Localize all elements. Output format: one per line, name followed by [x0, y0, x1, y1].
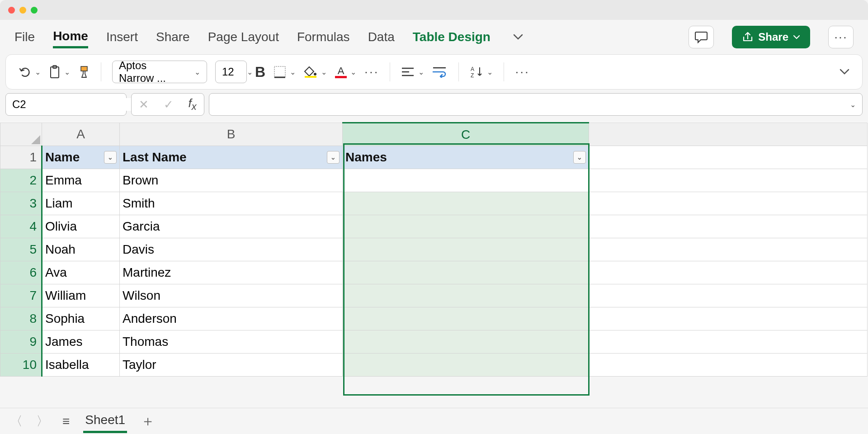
close-window-button[interactable]: [8, 7, 15, 14]
row-header-6[interactable]: 6: [0, 261, 42, 284]
tab-formulas[interactable]: Formulas: [297, 27, 350, 47]
cell-A8[interactable]: Sophia: [42, 307, 120, 330]
ribbon-more-button[interactable]: ···: [515, 61, 529, 82]
cell-C2[interactable]: [343, 169, 589, 192]
cell-C10[interactable]: [343, 354, 589, 377]
cell-D4[interactable]: [589, 215, 868, 238]
column-header-B[interactable]: B: [120, 123, 343, 146]
tab-page-layout[interactable]: Page Layout: [208, 27, 279, 47]
cell-D7[interactable]: [589, 284, 868, 307]
format-painter-button[interactable]: [78, 61, 90, 82]
filter-button[interactable]: ⌄: [573, 151, 586, 164]
accept-formula-button[interactable]: ✓: [164, 98, 174, 112]
cell-A10[interactable]: Isabella: [42, 354, 120, 377]
all-sheets-button[interactable]: ≡: [62, 414, 70, 429]
cell-C4[interactable]: [343, 215, 589, 238]
row-header-8[interactable]: 8: [0, 307, 42, 330]
ribbon-collapse-button[interactable]: [840, 61, 849, 82]
borders-button[interactable]: ⌄: [274, 61, 296, 82]
wrap-text-button[interactable]: [432, 61, 448, 82]
cell-A9[interactable]: James: [42, 330, 120, 354]
cell-A3[interactable]: Liam: [42, 192, 120, 215]
tab-share[interactable]: Share: [156, 27, 190, 47]
more-options-button[interactable]: ···: [828, 26, 854, 48]
cell-B9[interactable]: Thomas: [120, 330, 343, 354]
cell-C3[interactable]: [343, 192, 589, 215]
row-header-4[interactable]: 4: [0, 215, 42, 238]
cell-B10[interactable]: Taylor: [120, 354, 343, 377]
cell-A6[interactable]: Ava: [42, 261, 120, 284]
cell-D10[interactable]: [589, 354, 868, 377]
cell-B3[interactable]: Smith: [120, 192, 343, 215]
cell-C1[interactable]: Names⌄: [343, 146, 589, 169]
cell-A2[interactable]: Emma: [42, 169, 120, 192]
cell-D1[interactable]: [589, 146, 868, 169]
cell-D5[interactable]: [589, 238, 868, 261]
select-all-corner[interactable]: [0, 123, 42, 146]
align-button[interactable]: ⌄: [401, 61, 424, 82]
cell-D6[interactable]: [589, 261, 868, 284]
spreadsheet-grid[interactable]: A B C 1 Name⌄ Last Name⌄ Names⌄ 2 Emma B…: [0, 122, 868, 377]
row-header-2[interactable]: 2: [0, 169, 42, 192]
font-more-button[interactable]: ···: [364, 61, 379, 82]
row-header-9[interactable]: 9: [0, 330, 42, 354]
tab-insert[interactable]: Insert: [106, 27, 138, 47]
font-color-button[interactable]: A ⌄: [335, 61, 356, 82]
maximize-window-button[interactable]: [31, 7, 38, 14]
row-header-10[interactable]: 10: [0, 354, 42, 377]
bold-button[interactable]: B: [255, 61, 265, 82]
cell-A4[interactable]: Olivia: [42, 215, 120, 238]
column-header-C[interactable]: C: [343, 123, 589, 146]
row-header-3[interactable]: 3: [0, 192, 42, 215]
undo-button[interactable]: ⌄: [19, 61, 41, 82]
cell-C9[interactable]: [343, 330, 589, 354]
cell-D3[interactable]: [589, 192, 868, 215]
cell-B8[interactable]: Anderson: [120, 307, 343, 330]
cell-A5[interactable]: Noah: [42, 238, 120, 261]
row-header-7[interactable]: 7: [0, 284, 42, 307]
sort-filter-button[interactable]: AZ ⌄: [470, 61, 493, 82]
cancel-formula-button[interactable]: ✕: [139, 98, 149, 112]
column-header-A[interactable]: A: [42, 123, 120, 146]
filter-button[interactable]: ⌄: [104, 151, 117, 164]
cell-B5[interactable]: Davis: [120, 238, 343, 261]
cell-B6[interactable]: Martinez: [120, 261, 343, 284]
row-header-5[interactable]: 5: [0, 238, 42, 261]
tab-home[interactable]: Home: [53, 26, 88, 48]
fx-icon[interactable]: fx: [189, 96, 197, 113]
cell-D9[interactable]: [589, 330, 868, 354]
cell-B7[interactable]: Wilson: [120, 284, 343, 307]
sheet-tab-1[interactable]: Sheet1: [83, 409, 127, 433]
cell-A1[interactable]: Name⌄: [42, 146, 120, 169]
formula-input[interactable]: [216, 98, 850, 111]
cell-C6[interactable]: [343, 261, 589, 284]
fill-color-button[interactable]: ⌄: [304, 61, 327, 82]
tab-data[interactable]: Data: [368, 27, 395, 47]
minimize-window-button[interactable]: [19, 7, 26, 14]
cell-C5[interactable]: [343, 238, 589, 261]
font-name-selector[interactable]: Aptos Narrow ... ⌄: [112, 61, 207, 83]
share-button[interactable]: Share: [732, 26, 810, 48]
cell-B2[interactable]: Brown: [120, 169, 343, 192]
tab-file[interactable]: File: [14, 27, 35, 47]
cell-D8[interactable]: [589, 307, 868, 330]
cell-A7[interactable]: William: [42, 284, 120, 307]
add-sheet-button[interactable]: ＋: [141, 411, 155, 431]
tabs-overflow-button[interactable]: [509, 28, 528, 46]
sheet-nav-next[interactable]: 〉: [36, 413, 49, 430]
sheet-nav-prev[interactable]: 〈: [10, 413, 23, 430]
filter-button[interactable]: ⌄: [327, 151, 340, 164]
cell-C8[interactable]: [343, 307, 589, 330]
name-box-input[interactable]: [12, 98, 147, 111]
cell-D2[interactable]: [589, 169, 868, 192]
cell-C7[interactable]: [343, 284, 589, 307]
row-header-1[interactable]: 1: [0, 146, 42, 169]
formula-input-container[interactable]: ⌄: [209, 93, 863, 116]
column-header-D[interactable]: [589, 123, 868, 146]
font-size-selector[interactable]: 12 ⌄: [215, 61, 247, 83]
comments-button[interactable]: [689, 26, 714, 48]
cell-B4[interactable]: Garcia: [120, 215, 343, 238]
cell-B1[interactable]: Last Name⌄: [120, 146, 343, 169]
clipboard-button[interactable]: ⌄: [49, 61, 70, 82]
name-box[interactable]: ⌄: [5, 93, 127, 116]
